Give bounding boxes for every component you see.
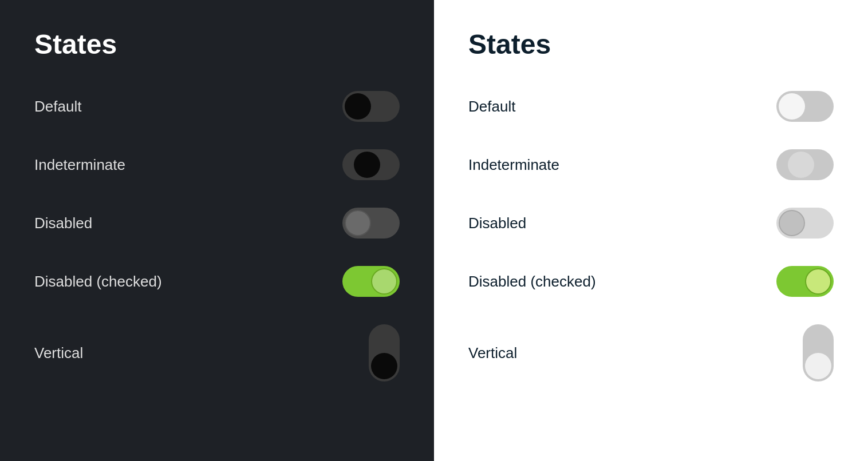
light-default-row: Default [468,77,834,136]
light-disabled-checked-toggle-container [776,266,834,297]
light-indeterminate-toggle-container[interactable] [776,149,834,180]
dark-vertical-toggle-container[interactable] [369,324,400,381]
light-vertical-toggle-track[interactable] [803,324,834,381]
light-vertical-toggle-thumb [805,353,831,379]
light-disabled-label: Disabled [468,214,526,232]
dark-indeterminate-toggle-thumb [354,152,380,178]
light-default-toggle-thumb [779,93,805,120]
light-indeterminate-toggle-track[interactable] [776,149,834,180]
light-disabled-checked-toggle-thumb [805,268,831,295]
dark-disabled-checked-toggle-thumb [371,268,397,295]
light-default-label: Default [468,98,515,116]
dark-vertical-toggle-thumb [371,353,397,379]
dark-disabled-checked-toggle-track [342,266,400,297]
light-indeterminate-row: Indeterminate [468,136,834,194]
dark-panel: States Default Indeterminate Disabled Di… [0,0,434,461]
dark-disabled-toggle-container [342,208,400,239]
light-disabled-checked-toggle-track [776,266,834,297]
dark-disabled-label: Disabled [34,214,92,232]
dark-default-toggle-track[interactable] [342,91,400,122]
dark-default-toggle-container[interactable] [342,91,400,122]
light-default-toggle-container[interactable] [776,91,834,122]
light-panel: States Default Indeterminate Disabled Di… [434,0,868,461]
light-indeterminate-label: Indeterminate [468,156,559,174]
dark-disabled-checked-row: Disabled (checked) [34,252,400,311]
dark-vertical-toggle-track[interactable] [369,324,400,381]
dark-disabled-row: Disabled [34,194,400,252]
light-disabled-checked-row: Disabled (checked) [468,252,834,311]
dark-indeterminate-toggle-track[interactable] [342,149,400,180]
dark-indeterminate-toggle-container[interactable] [342,149,400,180]
dark-default-row: Default [34,77,400,136]
light-disabled-toggle-track [776,208,834,239]
light-disabled-row: Disabled [468,194,834,252]
dark-indeterminate-row: Indeterminate [34,136,400,194]
light-disabled-checked-label: Disabled (checked) [468,273,596,291]
dark-vertical-label: Vertical [34,344,83,362]
light-vertical-toggle-container[interactable] [803,324,834,381]
dark-panel-title: States [34,29,400,60]
light-vertical-label: Vertical [468,344,517,362]
light-disabled-toggle-thumb [779,210,805,236]
light-disabled-toggle-container [776,208,834,239]
dark-disabled-toggle-track [342,208,400,239]
dark-default-toggle-thumb [345,93,371,120]
dark-disabled-checked-label: Disabled (checked) [34,273,162,291]
dark-disabled-checked-toggle-container [342,266,400,297]
light-indeterminate-toggle-thumb [788,152,814,178]
light-vertical-row: Vertical [468,311,834,395]
dark-indeterminate-label: Indeterminate [34,156,125,174]
dark-default-label: Default [34,98,81,116]
light-panel-title: States [468,29,834,60]
light-default-toggle-track[interactable] [776,91,834,122]
dark-disabled-toggle-thumb [345,210,371,236]
dark-vertical-row: Vertical [34,311,400,395]
